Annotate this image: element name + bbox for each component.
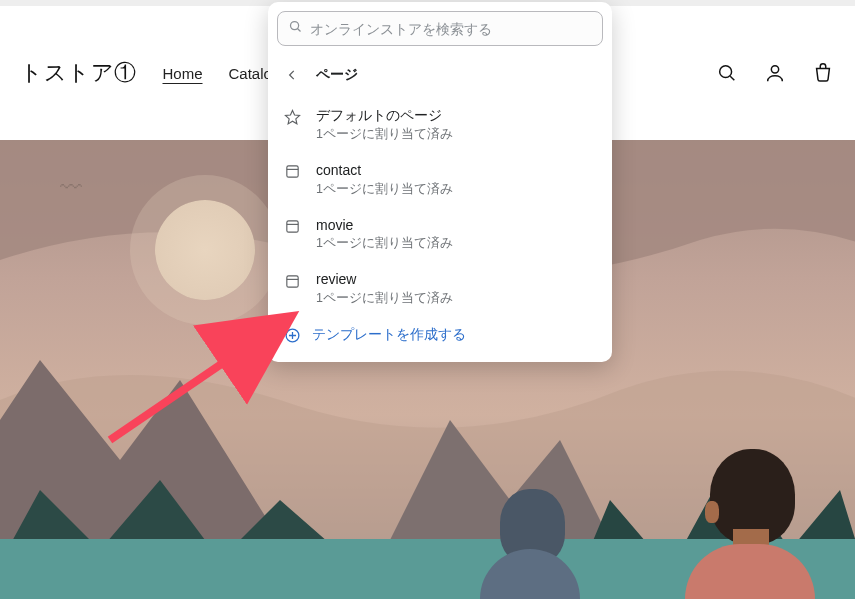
item-title: movie <box>316 216 598 235</box>
sun-decoration <box>155 200 255 300</box>
item-title: contact <box>316 161 598 180</box>
svg-point-1 <box>771 66 778 73</box>
person-decoration <box>685 449 825 599</box>
item-title: デフォルトのページ <box>316 106 598 125</box>
person-decoration <box>480 489 600 599</box>
item-subtitle: 1ページに割り当て済み <box>316 126 598 143</box>
cloud-decoration: 〰 <box>60 175 82 201</box>
svg-rect-3 <box>286 166 297 177</box>
search-icon <box>288 19 303 38</box>
template-dropdown-panel: ページ デフォルトのページ 1ページに割り当て済み contact 1ページに割… <box>268 2 612 362</box>
section-title: ページ <box>316 66 358 84</box>
item-subtitle: 1ページに割り当て済み <box>316 290 598 307</box>
search-row <box>268 2 612 55</box>
store-name: トストア① <box>20 58 137 88</box>
svg-point-0 <box>720 66 732 78</box>
template-item-review[interactable]: review 1ページに割り当て済み <box>268 261 612 316</box>
svg-rect-4 <box>286 221 297 232</box>
item-title: review <box>316 270 598 289</box>
search-icon[interactable] <box>715 61 739 85</box>
cart-icon[interactable] <box>811 61 835 85</box>
back-button[interactable] <box>282 65 302 85</box>
star-icon <box>282 107 302 127</box>
create-template-button[interactable]: テンプレートを作成する <box>268 316 612 354</box>
template-item-default[interactable]: デフォルトのページ 1ページに割り当て済み <box>268 97 612 152</box>
item-text: デフォルトのページ 1ページに割り当て済み <box>316 106 598 143</box>
search-box[interactable] <box>277 11 603 46</box>
account-icon[interactable] <box>763 61 787 85</box>
item-text: movie 1ページに割り当て済み <box>316 216 598 253</box>
item-text: review 1ページに割り当て済み <box>316 270 598 307</box>
page-icon <box>282 162 302 182</box>
create-template-label: テンプレートを作成する <box>312 326 466 344</box>
item-text: contact 1ページに割り当て済み <box>316 161 598 198</box>
page-icon <box>282 271 302 291</box>
plus-circle-icon <box>282 325 302 345</box>
template-item-contact[interactable]: contact 1ページに割り当て済み <box>268 152 612 207</box>
search-input[interactable] <box>310 21 592 37</box>
nav-left: トストア① Home Catalog <box>20 58 280 88</box>
header-icons <box>715 61 835 85</box>
nav-link-home[interactable]: Home <box>163 65 203 82</box>
section-header: ページ <box>268 55 612 97</box>
svg-point-2 <box>291 22 299 30</box>
page-icon <box>282 217 302 237</box>
item-subtitle: 1ページに割り当て済み <box>316 181 598 198</box>
svg-rect-5 <box>286 276 297 287</box>
item-subtitle: 1ページに割り当て済み <box>316 235 598 252</box>
template-item-movie[interactable]: movie 1ページに割り当て済み <box>268 207 612 262</box>
